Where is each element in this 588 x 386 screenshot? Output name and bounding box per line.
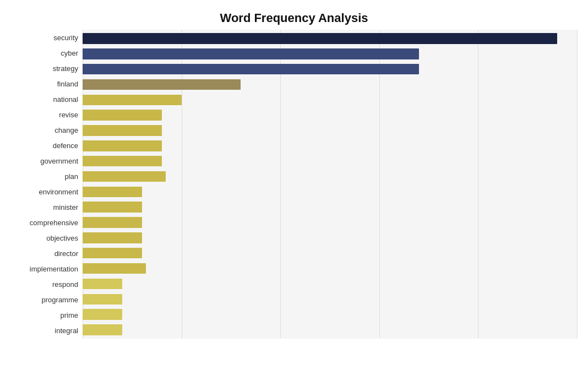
bar-row-cyber [83, 46, 577, 62]
bar-row-programme [83, 291, 577, 307]
bar-row-objectives [83, 230, 577, 246]
bar-cyber [83, 48, 419, 59]
y-label-comprehensive: comprehensive [30, 219, 78, 226]
bar-revise [83, 110, 162, 120]
y-label-plan: plan [64, 173, 78, 180]
bar-director [83, 248, 142, 258]
y-label-implementation: implementation [30, 265, 78, 273]
bar-minister [83, 202, 142, 212]
y-label-national: national [53, 96, 78, 103]
y-label-minister: minister [53, 204, 78, 211]
bar-programme [83, 294, 122, 305]
y-label-integral: integral [55, 327, 78, 334]
bars-wrapper [83, 30, 577, 339]
bar-implementation [83, 263, 146, 274]
bar-national [83, 95, 182, 105]
bar-row-change [83, 123, 577, 138]
bar-respond [83, 279, 122, 289]
bar-row-implementation [83, 261, 577, 276]
chart-container: Word Frequency Analysis securitycyberstr… [0, 0, 588, 386]
bar-row-national [83, 92, 577, 107]
bar-row-defence [83, 138, 577, 154]
bar-row-security [83, 31, 577, 46]
bar-strategy [83, 64, 419, 74]
y-label-finland: finland [57, 80, 78, 88]
bar-integral [83, 324, 122, 335]
y-label-programme: programme [42, 296, 78, 303]
bar-row-respond [83, 276, 577, 292]
chart-area: securitycyberstrategyfinlandnationalrevi… [11, 30, 577, 339]
y-label-prime: prime [60, 312, 78, 319]
bar-row-prime [83, 307, 577, 322]
bar-environment [83, 187, 142, 197]
bar-government [83, 156, 162, 166]
bar-row-strategy [83, 62, 577, 77]
chart-title: Word Frequency Analysis [11, 6, 577, 30]
bars-and-grid [83, 30, 577, 339]
bar-change [83, 125, 162, 135]
bar-row-minister [83, 199, 577, 215]
y-label-director: director [55, 250, 78, 257]
bar-row-director [83, 246, 577, 261]
y-label-security: security [53, 34, 78, 41]
bar-row-government [83, 154, 577, 169]
y-label-respond: respond [52, 281, 78, 288]
bar-row-revise [83, 107, 577, 123]
y-label-environment: environment [39, 188, 78, 195]
bar-row-plan [83, 169, 577, 184]
bar-row-comprehensive [83, 215, 577, 230]
y-label-defence: defence [53, 142, 78, 149]
bar-security [83, 33, 557, 44]
y-label-cyber: cyber [61, 50, 78, 57]
y-label-strategy: strategy [53, 65, 78, 72]
bar-objectives [83, 232, 142, 243]
bar-row-finland [83, 77, 577, 93]
bar-row-environment [83, 184, 577, 199]
y-label-objectives: objectives [46, 235, 78, 242]
bar-prime [83, 309, 122, 319]
bar-comprehensive [83, 217, 142, 227]
grid-line-25 [577, 30, 578, 339]
bar-row-integral [83, 322, 577, 338]
y-label-revise: revise [59, 111, 78, 118]
y-label-government: government [40, 157, 78, 165]
bar-finland [83, 79, 241, 90]
bar-plan [83, 171, 166, 182]
bar-defence [83, 140, 162, 151]
y-label-change: change [55, 127, 78, 134]
y-labels: securitycyberstrategyfinlandnationalrevi… [11, 30, 83, 339]
